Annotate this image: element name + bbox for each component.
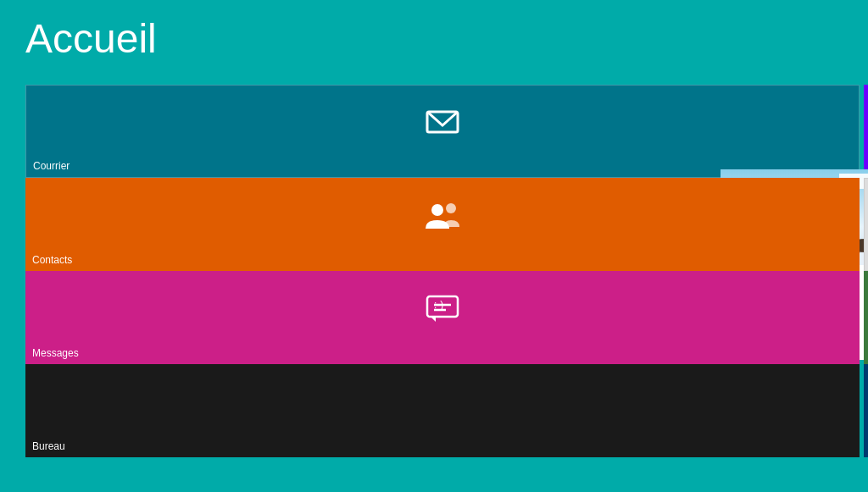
tile-finance[interactable]: S&P TSX COMPOSITE 12 265,02 ▼ -0,26% (-3… [864, 271, 868, 364]
svg-point-24 [431, 204, 443, 216]
tile-grid: Courrier Calendrier [25, 85, 860, 457]
tile-row-2: Contacts Photos SkyDrive [25, 178, 860, 271]
tile-row-3: :-) Messages S&P TSX COMPOSITE 12 265,02… [25, 271, 860, 364]
bureau-label: Bureau [32, 440, 65, 452]
page-title: Accueil [25, 15, 157, 62]
tile-courrier[interactable]: Courrier [25, 85, 860, 178]
tile-calendrier[interactable]: Calendrier [864, 85, 868, 178]
tile-contacts[interactable]: Contacts [25, 178, 860, 271]
tile-messages[interactable]: :-) Messages [25, 271, 860, 364]
tile-row-4: Bureau Internet Explorer [25, 364, 860, 457]
svg-point-25 [446, 203, 456, 213]
courrier-label: Courrier [33, 160, 70, 172]
tile-row-1: Courrier Calendrier [25, 85, 860, 178]
svg-text::-): :-) [434, 299, 443, 311]
tile-photos[interactable]: Photos [864, 178, 868, 271]
messages-label: Messages [32, 347, 79, 359]
contacts-label: Contacts [32, 254, 72, 266]
tile-bureau[interactable]: Bureau [25, 364, 860, 457]
tile-ie[interactable]: Internet Explorer [864, 364, 868, 457]
